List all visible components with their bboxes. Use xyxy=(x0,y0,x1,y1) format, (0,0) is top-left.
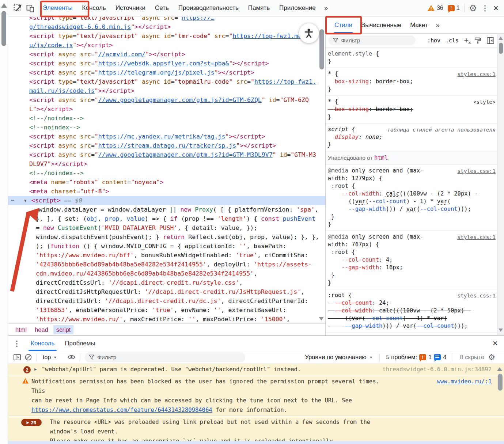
more-tabs-button[interactable]: » xyxy=(432,21,443,29)
elements-tree-line[interactable]: <meta charset="utf-8"> xyxy=(8,187,325,196)
console-message[interactable]: Notifications permission has been blocke… xyxy=(8,376,504,416)
elements-tree-line[interactable]: directCreditCssUrl: '//dcapi.direct-cred… xyxy=(8,278,325,287)
kebab-menu-icon[interactable]: ⋮ xyxy=(481,4,489,12)
elements-tree-line[interactable]: <!--/noindex--> xyxy=(8,114,325,123)
elements-tree-line[interactable]: <script async src="//www.googletagmanage… xyxy=(8,150,325,159)
console-settings-gear-icon[interactable]: ⚙ xyxy=(488,353,495,361)
host-page-scrollbar[interactable] xyxy=(0,0,8,444)
paint-format-icon[interactable] xyxy=(474,37,481,44)
elements-tree-line[interactable]: <script type="text/javascript" async id=… xyxy=(8,77,325,86)
elements-tree-line[interactable]: <script async src="//acmvid.com/"></scri… xyxy=(8,50,325,59)
elements-tree-line[interactable]: L"></script> xyxy=(8,105,325,114)
stylesheet-source-link[interactable]: styles.css:1 xyxy=(457,292,496,300)
elements-tree-line[interactable]: u/js/code.js"></script> xyxy=(8,41,325,50)
elements-tree-line[interactable]: mail.ru/js/code.js"></script> xyxy=(8,86,325,95)
console-drawer-tab[interactable]: Проблемы xyxy=(60,336,100,351)
log-levels-dropdown[interactable]: Уровни по умолчанию ▼ xyxy=(305,354,372,361)
problems-counter[interactable]: 5 проблем: ! 1 4 xyxy=(386,354,447,361)
elements-tree-line[interactable]: <script async src="https://mc.yandex.ru/… xyxy=(8,132,325,141)
devtools-tab[interactable]: Консоль xyxy=(77,0,111,16)
elements-tree-line[interactable]: 'https://www.mvideo.ru/bff', bonusRubles… xyxy=(8,251,325,260)
scrollbar-thumb[interactable] xyxy=(498,374,503,391)
breadcrumb-item[interactable]: head xyxy=(32,325,51,334)
close-drawer-icon[interactable]: ✕ xyxy=(492,339,504,348)
more-tabs-button[interactable]: » xyxy=(321,4,331,12)
elements-selected-node[interactable]: ⋯▼<script> == $0 xyxy=(8,196,325,205)
css-rule[interactable]: styles.css:1@media only screen and (max-… xyxy=(326,165,497,231)
stylesheet-source-link[interactable]: styles.css:1 xyxy=(457,234,496,241)
inspect-element-button[interactable] xyxy=(12,2,24,14)
console-sidebar-button[interactable] xyxy=(12,352,23,363)
message-source-link[interactable]: www.mvideo.ru/:1 xyxy=(437,377,492,386)
elements-tree-line[interactable]: <script async src="//www.googletagmanage… xyxy=(8,95,325,105)
elements-tree-line[interactable]: window.dataLayer = window.dataLayer || n… xyxy=(8,205,325,214)
scrollbar-thumb[interactable] xyxy=(319,29,324,69)
accessibility-widget-button[interactable] xyxy=(299,23,319,43)
settings-gear-icon[interactable]: ⚙ xyxy=(469,4,477,13)
devtools-tab[interactable]: Сеть xyxy=(150,0,174,16)
css-rule[interactable]: styles.css:1* { box-sizing: border-box;} xyxy=(326,68,497,96)
expander-icon[interactable]: ▶ xyxy=(34,365,37,374)
breadcrumb-item[interactable]: html xyxy=(12,325,30,334)
css-rule[interactable]: styles.css:1:root { --col-count: 24; --c… xyxy=(326,289,497,333)
elements-tree-line[interactable]: <meta name="robots" content="noyaca"> xyxy=(8,178,325,187)
devtools-tab[interactable]: Приложение xyxy=(274,0,321,16)
styles-tab[interactable]: Макет xyxy=(406,17,432,33)
stylesheet-source-link[interactable]: styles.css:1 xyxy=(457,167,496,175)
scrollbar-thumb[interactable] xyxy=(1,11,6,46)
scroll-up-arrow-icon[interactable] xyxy=(497,367,502,371)
scroll-down-arrow-icon[interactable] xyxy=(499,329,503,332)
elements-tree-line[interactable]: window.dispatchEvent(pushEvent); } retur… xyxy=(8,232,325,242)
warnings-counter[interactable]: 36 xyxy=(427,5,443,12)
console-drawer-tab[interactable]: Консоль xyxy=(26,336,60,351)
elements-tree-line[interactable]: <!--noindex--> xyxy=(8,123,325,132)
scroll-up-arrow-icon[interactable] xyxy=(1,3,7,8)
elements-tree-line[interactable]: <script async src="https://websdk.appsfl… xyxy=(8,59,325,68)
close-devtools-icon[interactable]: ✕ xyxy=(493,4,499,12)
css-rule[interactable]: styles.css:1@media only screen and (max-… xyxy=(326,231,497,289)
scroll-up-arrow-icon[interactable] xyxy=(499,37,503,40)
inherited-tag-link[interactable]: html xyxy=(374,155,388,161)
console-message[interactable]: ▶29The resource <URL> was preloaded usin… xyxy=(8,417,504,444)
css-rule[interactable]: <style>* { box-sizing: border-box;} xyxy=(326,96,497,124)
live-expression-button[interactable] xyxy=(66,352,77,363)
elements-tree-line[interactable]: directCreditJsHttpRequestUrl: '//dcapi.d… xyxy=(8,287,325,296)
console-message[interactable]: 2▶"webchat/apiUrl" param is deprecated. … xyxy=(8,364,504,375)
elements-tree-line[interactable]: <script type="text/javascript" async src… xyxy=(8,17,325,22)
styles-filter-input[interactable] xyxy=(341,37,411,44)
devtools-tab[interactable]: Производительность xyxy=(174,0,243,16)
drawer-kebab-menu-icon[interactable]: ⋮ xyxy=(13,339,20,348)
elements-tree-line[interactable]: cdn.mvideo.ru/4243865bbb6e8c6d89ab4b48ba… xyxy=(8,269,325,278)
devtools-tab[interactable]: Элементы xyxy=(38,0,77,16)
styles-tab[interactable]: Вычисленные xyxy=(357,17,406,33)
hover-state-toggle[interactable]: :hov xyxy=(427,37,440,44)
elements-tree-line[interactable]: DL9V7"></script> xyxy=(8,159,325,168)
issues-counter[interactable]: ! 1 xyxy=(448,5,460,11)
console-filter-input[interactable] xyxy=(97,354,241,361)
elements-tree-line[interactable]: <script async src="https://stream.datago… xyxy=(8,141,325,150)
elements-tree-line[interactable]: '4243865bbb6e8c6d89ab4b48ba5e84282e534f2… xyxy=(8,260,325,269)
devtools-tab[interactable]: Память xyxy=(243,0,274,16)
elements-tree-line[interactable]: '1316853', enablePersonalPrice: 'true', … xyxy=(8,306,325,315)
expander-icon[interactable]: ▼ xyxy=(24,196,27,205)
scrollbar-thumb[interactable] xyxy=(499,43,503,54)
devtools-tab[interactable]: Источники xyxy=(111,0,150,16)
clear-console-button[interactable] xyxy=(23,352,34,363)
console-filter[interactable] xyxy=(84,352,245,362)
elements-tree-line[interactable]: = new CustomEvent('MVID_DATALAYER_PUSH',… xyxy=(8,223,325,232)
styles-filter[interactable] xyxy=(329,35,416,45)
elements-tree-line[interactable]: ); (function () { window.MVID_CONFIG = {… xyxy=(8,242,325,251)
breadcrumb-item[interactable]: script xyxy=(53,325,73,334)
scroll-down-arrow-icon[interactable] xyxy=(319,317,324,320)
elements-tree-line[interactable]: g/threadswidget-6.6.0.min.js"></script> xyxy=(8,22,325,31)
elements-tree-line[interactable]: <!--/noindex--> xyxy=(8,168,325,178)
elements-tree-line[interactable]: <script async src="https://telegram.org/… xyxy=(8,68,325,77)
elements-tree-line[interactable]: <script type="text/javascript" async id=… xyxy=(8,31,325,41)
device-toolbar-button[interactable] xyxy=(24,2,37,14)
new-style-rule-button[interactable]: + xyxy=(464,37,469,45)
css-rule[interactable]: таблица стилей агента пользователяscript… xyxy=(326,124,497,151)
css-rule[interactable]: element.style {} xyxy=(326,48,497,68)
hidden-messages-count[interactable]: 8 скрыто xyxy=(460,354,484,361)
sidebar-toggle-icon[interactable] xyxy=(486,37,494,44)
execution-context-selector[interactable]: top ▼ xyxy=(40,354,60,361)
